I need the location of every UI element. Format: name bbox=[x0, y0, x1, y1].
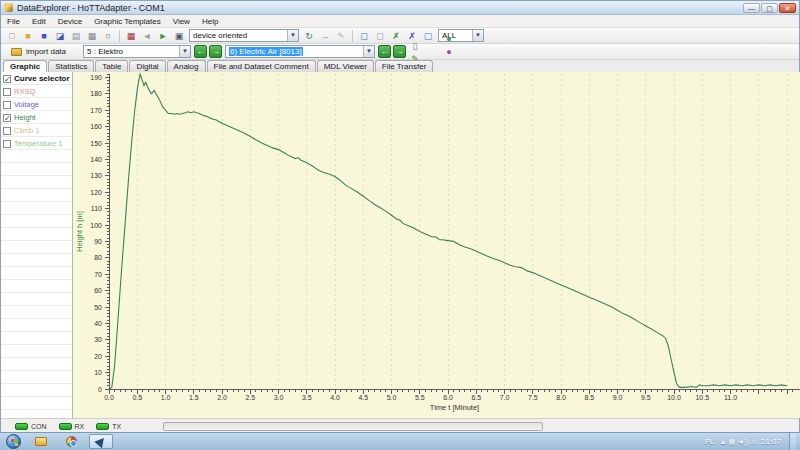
import-data-button[interactable]: import data bbox=[4, 45, 73, 59]
import-file-icon[interactable]: → bbox=[318, 29, 332, 42]
svg-text:5.0: 5.0 bbox=[387, 394, 397, 401]
next-device-button[interactable]: → bbox=[209, 45, 222, 58]
menu-view[interactable]: View bbox=[167, 16, 196, 27]
svg-text:1.5: 1.5 bbox=[189, 394, 199, 401]
save-icon[interactable]: ■ bbox=[37, 29, 51, 42]
tab-file-and-dataset-comment[interactable]: File and Dataset Comment bbox=[207, 60, 316, 72]
prev-device-button[interactable]: ← bbox=[194, 45, 207, 58]
curve-item-voltage[interactable]: Voltage bbox=[1, 98, 72, 111]
menu-edit[interactable]: Edit bbox=[26, 16, 52, 27]
tab-graphic[interactable]: Graphic bbox=[3, 60, 47, 72]
tab-analog[interactable]: Analog bbox=[167, 60, 206, 72]
height-curve-chart: 0.00.51.01.52.02.53.03.54.04.55.05.56.06… bbox=[73, 72, 800, 418]
taskbar-browser-button[interactable] bbox=[59, 434, 83, 449]
taskbar-dataexplorer-button[interactable] bbox=[89, 434, 113, 449]
toolbar-separator bbox=[352, 30, 353, 42]
zoom-reset-icon[interactable]: ◻ bbox=[373, 29, 387, 42]
copy-view-icon[interactable]: ▤ bbox=[69, 29, 83, 42]
svg-text:20: 20 bbox=[94, 353, 102, 360]
checkbox-icon[interactable] bbox=[3, 101, 11, 109]
svg-text:8.5: 8.5 bbox=[584, 394, 594, 401]
view-mode-select-value: device oriented bbox=[193, 31, 247, 40]
menu-device[interactable]: Device bbox=[52, 16, 88, 27]
checkbox-icon[interactable] bbox=[3, 140, 11, 148]
led-rx-icon bbox=[59, 423, 72, 430]
taskbar-explorer-button[interactable] bbox=[29, 434, 53, 449]
new-file-icon[interactable]: □ bbox=[5, 29, 19, 42]
curve-item-label: Voltage bbox=[14, 100, 39, 109]
svg-text:7.5: 7.5 bbox=[528, 394, 538, 401]
print-icon[interactable]: ▦ bbox=[85, 29, 99, 42]
checkbox-icon[interactable] bbox=[3, 127, 11, 135]
view-mode-select[interactable]: device oriented▼ bbox=[189, 29, 299, 42]
window-title: DataExplorer - HoTTAdapter - COM1 bbox=[17, 3, 165, 13]
google-earth-icon[interactable]: ● bbox=[442, 32, 456, 45]
desktop: DataExplorer - HoTTAdapter - COM1 —▢✕ Fi… bbox=[0, 0, 800, 450]
menu-help[interactable]: Help bbox=[196, 16, 224, 27]
minimize-button[interactable]: — bbox=[743, 3, 760, 13]
menu-file[interactable]: File bbox=[1, 16, 26, 27]
graph-panel[interactable]: 0.00.51.01.52.02.53.03.54.04.55.05.56.06… bbox=[73, 72, 800, 418]
menu-graphic-templates[interactable]: Graphic Templates bbox=[88, 16, 167, 27]
browser-icon bbox=[66, 436, 77, 447]
checkbox-icon[interactable]: ✓ bbox=[3, 75, 11, 83]
record-set-select[interactable]: 6) Electric Air [8013] ▼ bbox=[225, 45, 375, 58]
device-next-icon[interactable]: ► bbox=[156, 29, 170, 42]
curve-item-rxsq[interactable]: RXSQ bbox=[1, 85, 72, 98]
device-prev-icon[interactable]: ◄ bbox=[140, 29, 154, 42]
save-as-icon[interactable]: ◪ bbox=[53, 29, 67, 42]
time-settings-icon[interactable]: ○ bbox=[101, 29, 115, 42]
delete-record-icon[interactable]: ▯ bbox=[408, 39, 422, 52]
kmz-export-icon[interactable]: ● bbox=[442, 45, 456, 58]
svg-text:140: 140 bbox=[90, 156, 102, 163]
curve-item-label: Temperature 1 bbox=[14, 139, 62, 148]
svg-text:180: 180 bbox=[90, 90, 102, 97]
checkbox-icon[interactable]: ✓ bbox=[3, 114, 11, 122]
curve-compare-icon[interactable]: ✗ bbox=[389, 29, 403, 42]
curve-item-climb-1[interactable]: Climb 1 bbox=[1, 124, 72, 137]
curve-item-height[interactable]: ✓Height bbox=[1, 111, 72, 124]
chevron-down-icon[interactable]: ▼ bbox=[472, 30, 483, 41]
tab-table[interactable]: Table bbox=[95, 60, 128, 72]
device-settings-icon[interactable]: ▦ bbox=[124, 29, 138, 42]
close-button[interactable]: ✕ bbox=[779, 3, 796, 13]
title-bar[interactable]: DataExplorer - HoTTAdapter - COM1 —▢✕ bbox=[1, 1, 799, 15]
tray-clock[interactable]: 21:07 bbox=[761, 437, 781, 446]
svg-text:120: 120 bbox=[90, 189, 102, 196]
maximize-button[interactable]: ▢ bbox=[761, 3, 778, 13]
svg-text:6.0: 6.0 bbox=[443, 394, 453, 401]
curve-item-temperature-1[interactable]: Temperature 1 bbox=[1, 137, 72, 150]
tray-icons: ▲ ▦ ◄)) .ıl bbox=[720, 438, 756, 446]
curve-selector-header[interactable]: ✓Curve selector bbox=[1, 72, 72, 85]
svg-text:2.5: 2.5 bbox=[245, 394, 255, 401]
edit-record-icon[interactable]: ✎ bbox=[334, 29, 348, 42]
window-controls: —▢✕ bbox=[743, 3, 796, 13]
svg-text:4.0: 4.0 bbox=[330, 394, 340, 401]
prev-record-button[interactable]: ← bbox=[378, 45, 391, 58]
device-toolbox-icon[interactable]: ▣ bbox=[172, 29, 186, 42]
tab-statistics[interactable]: Statistics bbox=[48, 60, 94, 72]
tab-digital[interactable]: Digital bbox=[129, 60, 165, 72]
record-set-value: 6) Electric Air [8013] bbox=[229, 47, 303, 56]
folder-icon bbox=[35, 437, 47, 446]
open-file-icon[interactable]: ■ bbox=[21, 29, 35, 42]
toolbar-main: □■■◪▤▦○▦◄►▣device oriented▼↻→✎◻◻✗✗▢ALL▼ bbox=[1, 28, 799, 44]
system-tray: PL ▲ ▦ ◄)) .ıl 21:07 bbox=[705, 433, 800, 450]
fit-window-icon[interactable]: ▢ bbox=[421, 29, 435, 42]
tray-language[interactable]: PL bbox=[705, 437, 715, 446]
next-record-button[interactable]: → bbox=[393, 45, 406, 58]
svg-text:3.5: 3.5 bbox=[302, 394, 312, 401]
chevron-down-icon[interactable]: ▼ bbox=[287, 30, 298, 41]
start-button[interactable] bbox=[6, 434, 21, 449]
tab-mdl-viewer[interactable]: MDL Viewer bbox=[317, 60, 374, 72]
chevron-down-icon[interactable]: ▼ bbox=[179, 46, 190, 57]
refresh-icon[interactable]: ↻ bbox=[302, 29, 316, 42]
chevron-down-icon[interactable]: ▼ bbox=[363, 46, 374, 57]
show-desktop-button[interactable] bbox=[789, 433, 796, 450]
svg-text:30: 30 bbox=[94, 336, 102, 343]
device-select[interactable]: 5 : Elektro ▼ bbox=[83, 45, 191, 58]
svg-text:170: 170 bbox=[90, 107, 102, 114]
tab-file-transfer[interactable]: File Transfer bbox=[375, 60, 433, 72]
checkbox-icon[interactable] bbox=[3, 88, 11, 96]
zoom-window-icon[interactable]: ◻ bbox=[357, 29, 371, 42]
